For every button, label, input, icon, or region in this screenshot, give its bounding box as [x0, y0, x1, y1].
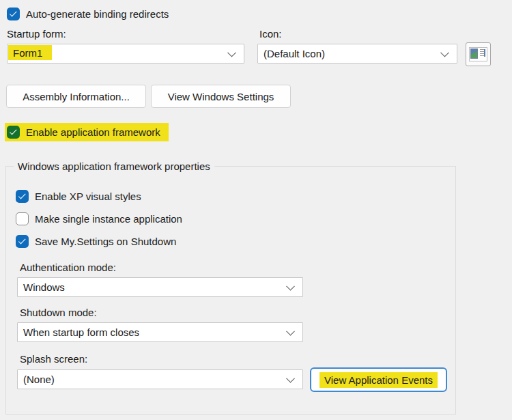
enable-xp-visual-styles-label: Enable XP visual styles	[35, 190, 141, 203]
splash-screen-combobox[interactable]: (None)	[17, 369, 303, 389]
save-my-settings-label: Save My.Settings on Shutdown	[35, 235, 176, 248]
shutdown-mode-combobox[interactable]: When startup form closes	[17, 322, 303, 342]
image-preview-icon	[469, 47, 487, 61]
make-single-instance-label: Make single instance application	[35, 212, 182, 225]
checkbox-make-single-instance[interactable]: Make single instance application	[16, 212, 182, 225]
authentication-mode-label: Authentication mode:	[20, 262, 116, 274]
shutdown-mode-value: When startup form closes	[18, 323, 139, 341]
checkbox-checked-icon	[16, 235, 29, 248]
startup-form-combobox[interactable]: Form1	[7, 44, 244, 64]
startup-form-value: Form1	[8, 45, 52, 60]
authentication-mode-value: Windows	[18, 278, 65, 296]
checkbox-enable-application-framework[interactable]: Enable application framework	[5, 123, 169, 141]
chevron-down-icon	[286, 326, 295, 335]
splash-screen-label: Splash screen:	[20, 353, 87, 365]
shutdown-mode-label: Shutdown mode:	[20, 307, 97, 319]
icon-combobox[interactable]: (Default Icon)	[257, 44, 457, 64]
checkbox-save-my-settings[interactable]: Save My.Settings on Shutdown	[16, 235, 176, 248]
icon-picker-button[interactable]	[466, 42, 491, 66]
application-properties-panel: { "colors": { "background": "#f0f0f0", "…	[0, 0, 512, 420]
startup-form-label: Startup form:	[7, 28, 66, 40]
chevron-down-icon	[440, 48, 449, 57]
checkbox-auto-generate-binding-redirects[interactable]: Auto-generate binding redirects	[7, 8, 169, 20]
checkbox-unchecked-icon	[16, 212, 29, 225]
icon-label: Icon:	[259, 28, 282, 40]
checkmark-icon	[18, 192, 25, 199]
chevron-down-icon	[286, 281, 295, 290]
view-application-events-button[interactable]: View Application Events	[310, 367, 447, 392]
assembly-information-label: Assembly Information...	[23, 91, 130, 102]
checkmark-icon	[9, 10, 16, 17]
checkbox-enable-xp-visual-styles[interactable]: Enable XP visual styles	[16, 190, 141, 203]
checkbox-checked-icon	[7, 8, 20, 20]
assembly-information-button[interactable]: Assembly Information...	[6, 85, 146, 108]
checkbox-checked-icon	[7, 126, 20, 139]
checkmark-icon	[9, 128, 16, 135]
authentication-mode-combobox[interactable]: Windows	[17, 277, 303, 297]
chevron-down-icon	[286, 374, 295, 382]
checkmark-icon	[18, 237, 25, 244]
icon-value: (Default Icon)	[258, 44, 325, 63]
enable-application-framework-label: Enable application framework	[26, 126, 160, 139]
view-windows-settings-button[interactable]: View Windows Settings	[151, 85, 291, 108]
image-scrollbar	[484, 49, 485, 57]
view-windows-settings-label: View Windows Settings	[168, 91, 274, 102]
image-swatch	[470, 48, 478, 59]
view-application-events-label: View Application Events	[319, 372, 438, 388]
checkbox-checked-icon	[16, 190, 29, 203]
windows-application-framework-groupbox: Windows application framework properties…	[5, 166, 456, 415]
chevron-down-icon	[227, 48, 236, 57]
splash-screen-value: (None)	[18, 370, 55, 389]
groupbox-title: Windows application framework properties	[14, 160, 214, 173]
auto-generate-binding-redirects-label: Auto-generate binding redirects	[26, 8, 169, 20]
